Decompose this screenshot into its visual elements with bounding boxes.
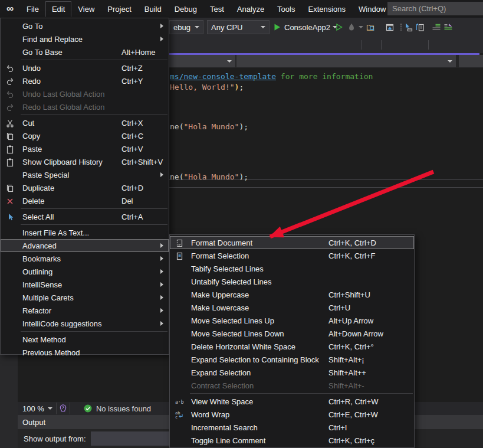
- menubar-item-build[interactable]: Build: [138, 1, 168, 17]
- code-health-indicator[interactable]: No issues found: [83, 404, 151, 413]
- menu-item-label: Redo: [22, 77, 41, 86]
- member-dropdown[interactable]: [459, 55, 483, 67]
- menubar-item-view[interactable]: View: [71, 1, 101, 17]
- hot-reload-button[interactable]: [347, 20, 363, 34]
- menu-item-go-to-base[interactable]: Go To BaseAlt+Home: [1, 45, 169, 58]
- debug-configuration-dropdown[interactable]: ebug: [169, 20, 203, 34]
- menu-separator: [21, 115, 167, 115]
- submenu-item-delete-horizontal-white-space[interactable]: Delete Horizontal White SpaceCtrl+K, Ctr…: [170, 340, 414, 353]
- redo-icon: [5, 103, 15, 112]
- menu-item-advanced[interactable]: Advanced: [1, 239, 169, 252]
- menu-item-cut[interactable]: CutCtrl+X: [1, 116, 169, 129]
- menubar-item-extensions[interactable]: Extensions: [301, 1, 352, 17]
- submenu-item-move-selected-lines-down[interactable]: Move Selected Lines DownAlt+Down Arrow: [170, 327, 414, 340]
- code-line[interactable]: ne("Hola Mundo");: [170, 122, 248, 131]
- submenu-item-contract-selection: Contract SelectionShift+Alt+-: [170, 379, 414, 392]
- project-dropdown[interactable]: [169, 55, 235, 67]
- menu-item-label: Bookmarks: [22, 254, 61, 263]
- decrease-indent-button[interactable]: [432, 20, 441, 34]
- menu-separator: [21, 208, 167, 209]
- menu-item-shortcut: Ctrl+Z: [121, 64, 143, 73]
- code-token: );: [239, 172, 248, 181]
- menu-item-find-and-replace[interactable]: Find and Replace: [1, 32, 169, 45]
- menu-item-label: Untabify Selected Lines: [191, 277, 272, 286]
- search-input[interactable]: [387, 2, 483, 15]
- menu-item-paste[interactable]: PasteCtrl+V: [1, 142, 169, 155]
- menubar-item-test[interactable]: Test: [203, 1, 231, 17]
- menu-item-paste-special[interactable]: Paste Special: [1, 168, 169, 181]
- menu-item-go-to[interactable]: Go To: [1, 19, 169, 32]
- navigate-backward-button[interactable]: [403, 20, 413, 34]
- platform-value: Any CPU: [211, 23, 242, 32]
- type-dropdown[interactable]: [236, 55, 456, 67]
- menu-item-label: Make Uppercase: [191, 290, 249, 299]
- code-line[interactable]: Hello, World!");: [170, 83, 244, 91]
- submenu-item-make-lowercase[interactable]: Make LowercaseCtrl+U: [170, 301, 414, 314]
- menubar-item-project[interactable]: Project: [101, 1, 137, 17]
- submenu-item-expand-selection[interactable]: Expand SelectionShift+Alt++: [170, 366, 414, 379]
- menu-item-redo[interactable]: RedoCtrl+Y: [1, 74, 169, 87]
- editor-splitter-line[interactable]: [169, 187, 483, 188]
- menu-item-show-clipboard-history[interactable]: Show Clipboard HistoryCtrl+Shift+V: [1, 155, 169, 168]
- nav-cursor-icon: [403, 22, 413, 32]
- clipboard-icon: [5, 158, 15, 167]
- toolbar-separator: [362, 40, 362, 50]
- menu-item-multiple-carets[interactable]: Multiple Carets: [1, 291, 169, 304]
- menu-item-intellicode-suggestions[interactable]: IntelliCode suggestions: [1, 317, 169, 330]
- intellicode-button[interactable]: [56, 403, 70, 414]
- code-line[interactable]: ms/new-console-template for more informa…: [170, 72, 373, 81]
- increase-indent-button[interactable]: [443, 20, 453, 34]
- submenu-arrow-icon: [160, 282, 163, 287]
- redo-icon: [5, 77, 15, 86]
- menu-item-previous-method[interactable]: Previous Method: [1, 346, 169, 359]
- submenu-item-untabify-selected-lines[interactable]: Untabify Selected Lines: [170, 275, 414, 288]
- menubar-item-edit[interactable]: Edit: [45, 1, 71, 17]
- menu-item-delete[interactable]: DeleteDel: [1, 194, 169, 207]
- menu-item-intellisense[interactable]: IntelliSense: [1, 278, 169, 291]
- submenu-item-toggle-line-comment[interactable]: Toggle Line CommentCtrl+K, Ctrl+ç: [170, 434, 414, 447]
- menu-item-undo[interactable]: UndoCtrl+Z: [1, 61, 169, 74]
- start-debugging-button[interactable]: ConsoleApp2: [272, 20, 337, 34]
- show-output-from-label: Show output from:: [24, 434, 86, 443]
- copy-lines-button[interactable]: [415, 20, 425, 34]
- menubar-item-file[interactable]: File: [20, 1, 45, 17]
- menu-item-insert-file-as-text[interactable]: Insert File As Text...: [1, 226, 169, 239]
- menubar-item-window[interactable]: Window: [352, 1, 392, 17]
- submenu-arrow-icon: [160, 256, 163, 261]
- menu-separator: [21, 60, 167, 60]
- submenu-arrow-icon: [160, 321, 163, 326]
- menu-item-bookmarks[interactable]: Bookmarks: [1, 252, 169, 265]
- menu-item-outlining[interactable]: Outlining: [1, 265, 169, 278]
- submenu-item-incremental-search[interactable]: Incremental SearchCtrl+I: [170, 421, 414, 434]
- submenu-item-word-wrap[interactable]: abcWord WrapCtrl+E, Ctrl+W: [170, 408, 414, 421]
- menu-item-duplicate[interactable]: DuplicateCtrl+D: [1, 181, 169, 194]
- code-token: "Hola Mundo": [183, 122, 239, 131]
- submenu-item-view-white-space[interactable]: a·bView White SpaceCtrl+R, Ctrl+W: [170, 395, 414, 408]
- menu-item-select-all[interactable]: Select AllCtrl+A: [1, 210, 169, 223]
- menu-item-label: IntelliCode suggestions: [22, 319, 101, 328]
- menubar-item-analyze[interactable]: Analyze: [231, 1, 271, 17]
- menu-item-shortcut: Ctrl+V: [121, 145, 143, 153]
- menubar-item-tools[interactable]: Tools: [271, 1, 301, 17]
- menu-item-shortcut: Shift+Alt+¡: [328, 355, 364, 364]
- platform-dropdown[interactable]: Any CPU: [207, 20, 270, 34]
- submenu-item-tabify-selected-lines[interactable]: Tabify Selected Lines: [170, 262, 414, 275]
- startup-project-label: ConsoleApp2: [284, 23, 330, 32]
- zoom-level-dropdown[interactable]: 100 %: [22, 404, 52, 413]
- code-line[interactable]: ne("Hola Mundo");: [170, 172, 248, 181]
- submenu-item-expand-selection-to-containing-block[interactable]: Expand Selection to Containing BlockShif…: [170, 353, 414, 366]
- submenu-item-move-selected-lines-up[interactable]: Move Selected Lines UpAlt+Up Arrow: [170, 314, 414, 327]
- menu-item-next-method[interactable]: Next Method: [1, 333, 169, 346]
- menu-item-refactor[interactable]: Refactor: [1, 304, 169, 317]
- save-all-button[interactable]: [385, 20, 395, 34]
- start-without-debugging-button[interactable]: [334, 20, 344, 34]
- folder-search-icon: [366, 22, 375, 32]
- submenu-item-make-uppercase[interactable]: Make UppercaseCtrl+Shift+U: [170, 288, 414, 301]
- submenu-item-format-document[interactable]: Format DocumentCtrl+K, Ctrl+D: [170, 236, 414, 249]
- menu-item-copy[interactable]: CopyCtrl+C: [1, 129, 169, 142]
- code-token: ms/new-console-template: [170, 72, 276, 81]
- menubar-item-debug[interactable]: Debug: [168, 1, 203, 17]
- find-in-files-button[interactable]: [366, 20, 375, 34]
- menu-item-label: Previous Method: [22, 348, 80, 357]
- submenu-item-format-selection[interactable]: Format SelectionCtrl+K, Ctrl+F: [170, 249, 414, 262]
